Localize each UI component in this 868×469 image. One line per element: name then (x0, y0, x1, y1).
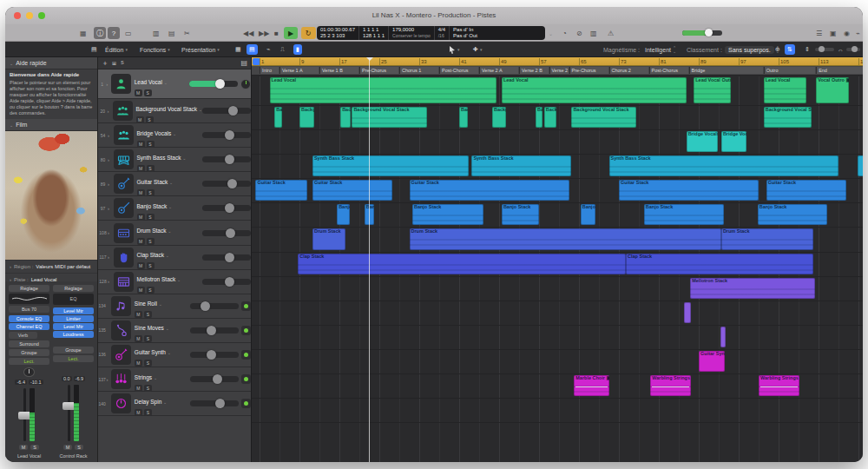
marker-bridge[interactable]: Bridge (689, 67, 763, 74)
ruler-bar-17[interactable]: 17 (339, 58, 347, 65)
region-guitar-stack[interactable]: Guitar Stack (619, 180, 759, 201)
track-row-mellotron-stack[interactable]: 128›Mellotron Stack ⌄MS (98, 270, 251, 294)
film-header[interactable]: ⌄Film (5, 119, 97, 131)
disclosure-chevron-icon[interactable]: › (107, 109, 112, 114)
horizontal-zoom-slider[interactable] (844, 44, 863, 55)
marker-pre-chorus[interactable]: Pre-Chorus (569, 67, 608, 74)
strip1-output-button[interactable]: Surround (9, 340, 49, 347)
region-banjo-stack[interactable]: Banjo Stack (758, 204, 828, 225)
region-lead-vocal[interactable]: Lead Vocal (764, 77, 806, 103)
add-track-button[interactable]: ＋ (102, 58, 108, 68)
lane-lead-vocal[interactable]: Lead VocalLead VocalLead Vocal OutroLead… (252, 76, 863, 106)
ruler-bar-81[interactable]: 81 (659, 58, 667, 65)
ruler-bar-73[interactable]: 73 (619, 58, 627, 65)
track-solo-button[interactable]: S (147, 165, 155, 172)
track-solo-button[interactable]: S (147, 262, 155, 269)
track-row-background-vocal-stack[interactable]: 20›Background Vocal Stack ⌄MS (98, 99, 251, 123)
region-bridge-vocals[interactable]: Bridge Vocals (721, 131, 746, 152)
track-icon-strings[interactable] (111, 369, 131, 389)
region-drum-stack[interactable]: Drum Stack (721, 228, 813, 249)
track-volume-slider[interactable] (202, 132, 251, 138)
lcd-tempo-field[interactable]: 179,0000Conserver le tempo (389, 26, 435, 40)
track-volume-slider[interactable] (189, 81, 238, 87)
region-background-vocal-stack[interactable]: Background Vocal Stack (459, 107, 468, 128)
track-volume-knob[interactable] (215, 79, 225, 89)
track-solo-button[interactable]: S (147, 214, 155, 221)
region-clip[interactable] (858, 155, 863, 176)
track-icon-notes[interactable] (111, 296, 131, 316)
lane-banjo-stack[interactable]: Banjo StackBanjo StackBanjo StackBanjo S… (252, 203, 863, 228)
track-solo-button[interactable]: S (144, 335, 152, 342)
track-solo-button[interactable]: S (144, 385, 152, 392)
track-icon-group[interactable] (113, 101, 133, 121)
track-solo-button[interactable]: S (147, 287, 155, 294)
flex-icon[interactable]: ⎍ (278, 44, 287, 55)
vertical-zoom-slider[interactable] (812, 44, 837, 55)
track-volume-knob[interactable] (225, 203, 234, 213)
region-lanes[interactable]: Lead VocalLead VocalLead Vocal OutroLead… (252, 76, 863, 462)
lane-guitar-synth[interactable]: Guitar Synth In (252, 350, 863, 374)
scissors-icon[interactable]: ✂ (182, 27, 192, 39)
track-volume-slider[interactable] (202, 156, 251, 162)
strip1-fader[interactable] (9, 388, 49, 441)
strip1-automation-button[interactable]: Lect. (9, 358, 49, 365)
arrange-area[interactable]: 191725334149576573818997105113121 IntroV… (252, 57, 863, 462)
track-name[interactable]: Mellotron Stack ⌄ (137, 276, 181, 282)
lcd-chevron-icon[interactable]: ⌄ (547, 27, 555, 39)
region-clip[interactable] (720, 327, 726, 347)
global-solo-button[interactable]: Ｓ (120, 59, 125, 67)
mixer-icon[interactable]: ▥ (151, 27, 161, 39)
region-lead-vocal-outro[interactable]: Lead Vocal Outro (694, 77, 731, 103)
menu-edition[interactable]: Édition▾ (102, 44, 130, 55)
track-volume-slider[interactable] (202, 181, 251, 187)
pointer-tool-button[interactable]: ▾ (446, 44, 463, 55)
lane-background-vocal-stack[interactable]: Background Vocal StackBackground Vocal S… (252, 106, 863, 130)
track-row-guitar-synth[interactable]: 136Guitar Synth ⌄MS (98, 343, 251, 367)
disclosure-chevron-icon[interactable]: › (106, 82, 110, 87)
region-warbling-strings[interactable]: Warbling Strings ▣ (759, 375, 799, 396)
marker-verse-1-a[interactable]: Verse 1 A (279, 67, 319, 74)
strip2-group-button[interactable]: Groupe (53, 347, 94, 353)
strip1-send-slot[interactable]: Verb (9, 332, 37, 339)
track-mute-button[interactable]: M (135, 409, 142, 416)
track-name[interactable]: Delay Spin ⌄ (135, 399, 167, 405)
disclosure-chevron-icon[interactable]: › (108, 182, 113, 187)
strip2-setting-button[interactable]: Réglage (53, 285, 94, 292)
region-lead-vocal[interactable]: Lead Vocal (270, 77, 497, 103)
track-volume-knob[interactable] (215, 399, 225, 408)
lane-drum-stack[interactable]: Drum StackDrum StackDrum Stack (252, 228, 863, 252)
track-row-synth-bass-stack[interactable]: 80›Synth Bass Stack ⌄MS (98, 148, 251, 172)
region-banjo[interactable]: Banjo (581, 204, 595, 225)
region-inspector-header[interactable]: ›Région :Valeurs MIDI par défaut (5, 260, 97, 273)
region-background-vocal-stack[interactable]: Background Vocal Stack (274, 107, 282, 128)
track-name[interactable]: Synth Bass Stack ⌄ (137, 155, 187, 161)
marker-verse-2-c[interactable]: Verse 2 C (549, 67, 569, 74)
play-button[interactable]: ▶ (284, 27, 298, 39)
disclosure-chevron-icon[interactable]: › (108, 279, 113, 284)
catch-playhead-icon[interactable]: ▮ (293, 44, 302, 55)
marker-verse-2-b[interactable]: Verse 2 B (519, 67, 549, 74)
metronome-off-icon[interactable]: ⊘ (575, 27, 584, 39)
ruler-bar-57[interactable]: 57 (539, 58, 547, 65)
playhead[interactable] (369, 57, 370, 462)
strip2-fader[interactable] (53, 385, 94, 441)
strip2-fx-slot-0[interactable]: Level Mtr (53, 307, 94, 314)
marker-verse-2-a[interactable]: Verse 2 A (479, 67, 518, 74)
lcd-signature-field[interactable]: 4/4/16 (435, 26, 450, 40)
master-meter-icon[interactable]: ▥ (589, 27, 599, 39)
region-synth-bass-stack[interactable]: Synth Bass Stack (471, 155, 571, 176)
track-volume-knob[interactable] (225, 155, 234, 164)
menu-presentation[interactable]: Présentation▾ (179, 44, 222, 55)
track-mute-button[interactable]: M (135, 335, 142, 342)
region-background-vocal-stack[interactable]: Background Vocal Stack (544, 107, 556, 128)
editors-icon[interactable]: ▤ (167, 27, 177, 39)
track-row-guitar-stack[interactable]: 89›Guitar Stack ⌄MS (98, 172, 251, 196)
strip2-automation-button[interactable]: Lect. (53, 355, 94, 362)
strip2-fx-slot-1[interactable]: Limiter (53, 315, 94, 322)
track-name[interactable]: Guitar Stack ⌄ (137, 179, 174, 185)
track-icon-guitar[interactable] (111, 345, 131, 365)
region-guitar-stack[interactable]: Guitar Stack (255, 180, 307, 201)
region-clap-stack[interactable]: Clap Stack (626, 254, 813, 274)
lane-sine-moves[interactable] (252, 326, 863, 350)
track-row-drum-stack[interactable]: 108›Drum Stack ⌄MS (98, 221, 251, 245)
